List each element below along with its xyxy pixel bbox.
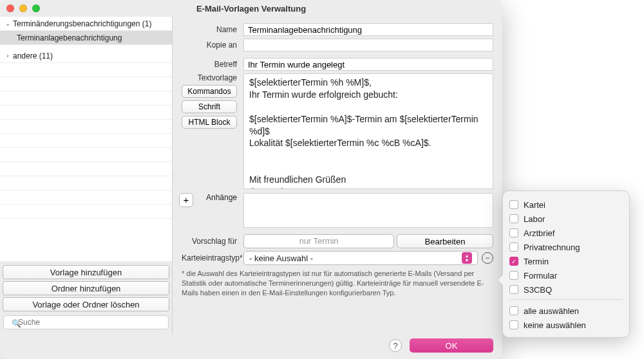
main-panel: Name Kopie an Betreff Textvorlage Komman… (173, 17, 502, 335)
suggestion-popover: KarteiLaborArztbriefPrivatrechnung✓Termi… (502, 190, 630, 338)
ok-button[interactable]: OK (410, 338, 493, 353)
select-none-row[interactable]: keine auswählen (509, 318, 623, 332)
label-subject: Betreff (182, 60, 243, 69)
edit-suggestion-button[interactable]: Bearbeiten (397, 234, 493, 248)
entry-type-combo[interactable]: - keine Auswahl - ▲▼ (243, 251, 478, 265)
search-input[interactable] (3, 315, 169, 329)
suggestion-display: nur Termin (243, 234, 394, 248)
checkbox-icon (509, 320, 518, 329)
label-entry-type: Karteieintragstyp* (182, 253, 243, 262)
popover-item[interactable]: Formular (509, 268, 623, 282)
chevron-right-icon: › (4, 52, 12, 59)
popover-item[interactable]: Privatrechnung (509, 240, 623, 254)
chevron-down-icon: ⌄ (4, 20, 12, 27)
popover-item[interactable]: ✓Termin (509, 254, 623, 268)
tree-group-andere[interactable]: › andere (11) (0, 49, 172, 63)
subject-field[interactable] (243, 58, 493, 71)
dialog-window: E-Mail-Vorlagen Verwaltung ⌄ Terminänder… (0, 0, 502, 359)
checkbox-icon (509, 228, 518, 237)
delete-button[interactable]: Vorlage oder Ordner löschen (3, 297, 169, 311)
add-folder-button[interactable]: Ordner hinzufügen (3, 281, 169, 295)
popover-item[interactable]: Arztbrief (509, 226, 623, 240)
template-textarea[interactable]: $[selektierterTermin %h %M]$, Ihr Termin… (243, 73, 493, 189)
popover-item[interactable]: Labor (509, 212, 623, 226)
label-attachments: Anhänge (206, 193, 237, 202)
tree-item-selected[interactable]: Terminanlagebenachrichtigung (0, 31, 172, 45)
label-name: Name (182, 25, 243, 34)
popover-item[interactable]: Kartei (509, 198, 623, 212)
checkbox-icon (509, 285, 518, 294)
tree-group-terminbenachrichtigungen[interactable]: ⌄ Terminänderungsbenachrichtigungen (1) (0, 17, 172, 31)
copy-to-field[interactable] (243, 39, 493, 51)
add-attachment-button[interactable]: + (179, 193, 193, 207)
add-template-button[interactable]: Vorlage hinzufügen (3, 265, 169, 279)
label-suggestion: Vorschlag für (182, 237, 243, 246)
label-copy-to: Kopie an (182, 41, 243, 50)
font-button[interactable]: Schrift (182, 100, 237, 113)
help-button[interactable]: ? (389, 339, 402, 352)
checkbox-icon (509, 271, 518, 280)
checkbox-icon: ✓ (509, 257, 518, 266)
html-block-button[interactable]: HTML Block (182, 116, 237, 129)
updown-icon: ▲▼ (462, 252, 472, 264)
select-all-row[interactable]: alle auswählen (509, 304, 623, 318)
window-title: E-Mail-Vorlagen Verwaltung (0, 4, 502, 14)
search-icon: 🔍 (12, 319, 21, 328)
attachments-box[interactable] (243, 193, 493, 228)
checkbox-icon (509, 243, 518, 252)
remove-entry-type-button[interactable]: − (482, 252, 493, 264)
checkbox-icon (509, 200, 518, 209)
name-field[interactable] (243, 23, 493, 36)
template-tree[interactable]: ⌄ Terminänderungsbenachrichtigungen (1) … (0, 17, 172, 261)
hint-text: * die Auswahl des Karteieintragstypen is… (182, 269, 493, 298)
checkbox-icon (509, 214, 518, 223)
popover-item[interactable]: S3CBQ (509, 282, 623, 297)
commands-button[interactable]: Kommandos (182, 85, 237, 98)
sidebar: ⌄ Terminänderungsbenachrichtigungen (1) … (0, 17, 173, 335)
label-template: Textvorlage (182, 73, 237, 82)
footer: ? OK (0, 335, 502, 359)
titlebar: E-Mail-Vorlagen Verwaltung (0, 0, 502, 17)
checkbox-icon (509, 306, 518, 315)
